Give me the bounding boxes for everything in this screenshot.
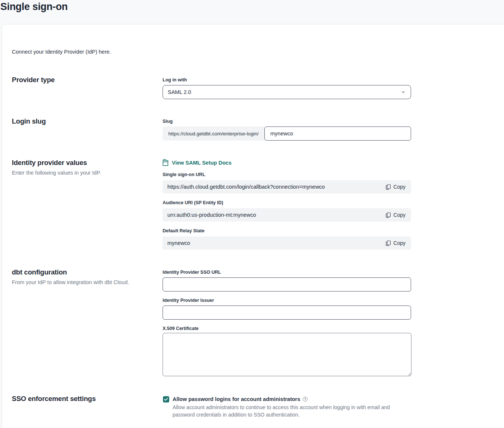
idp-issuer-label: Identity Provider Issuer [163,298,214,303]
section-heading-idp-values: Identity provider values [12,159,87,167]
provider-select[interactable]: SAML 2.0 [163,85,411,99]
allow-password-logins-label-text: Allow password logins for account admini… [173,396,300,402]
dbt-config-subtext: From your IdP to allow integration with … [12,279,129,285]
copy-icon [386,212,391,218]
slug-label: Slug [163,119,173,124]
allow-password-logins-description: Allow account administrators to continue… [173,404,410,418]
view-saml-docs-label: View SAML Setup Docs [172,160,231,166]
view-saml-docs-link[interactable]: View SAML Setup Docs [163,159,231,166]
copy-button-label: Copy [393,240,405,246]
sso-url-label: Single sign-on URL [163,172,205,177]
audience-uri-field: urn:auth0:us-production-mt:mynewco Copy [163,208,411,222]
docs-icon [163,159,168,166]
relay-state-label: Default Relay State [163,228,204,233]
copy-icon [386,184,391,190]
copy-sso-url-button[interactable]: Copy [385,182,406,191]
section-heading-dbt-config: dbt configuration [12,268,67,276]
idp-sso-url-input[interactable] [163,277,411,291]
intro-text: Connect your Identity Provider (IdP) her… [12,49,111,55]
copy-icon [386,240,391,246]
audience-uri-label: Audience URI (SP Entity ID) [163,200,223,205]
copy-button-label: Copy [393,184,405,190]
section-heading-provider-type: Provider type [12,76,55,84]
allow-password-logins-label: Allow password logins for account admini… [173,396,308,402]
login-with-label: Log in with [163,77,187,82]
page-header: Single sign-on [0,0,504,24]
allow-password-logins-checkbox[interactable] [163,396,169,402]
x509-certificate-textarea[interactable] [163,333,411,376]
page-title: Single sign-on [0,1,68,13]
audience-uri-value: urn:auth0:us-production-mt:mynewco [167,212,256,218]
section-heading-sso-enforcement: SSO enforcement settings [12,395,96,403]
copy-audience-uri-button[interactable]: Copy [385,210,406,219]
idp-issuer-input[interactable] [163,306,411,320]
chevron-down-icon [401,90,406,95]
idp-values-subtext: Enter the following values in your IdP. [12,170,101,176]
sso-settings-page: Single sign-on Connect your Identity Pro… [0,0,504,428]
section-heading-login-slug: Login slug [12,117,46,125]
relay-state-field: mynewco Copy [163,236,411,250]
slug-prefix: https://cloud.getdbt.com/enterprise-logi… [163,127,264,141]
provider-select-value: SAML 2.0 [168,89,191,95]
x509-certificate-label: X.509 Certificate [163,326,198,331]
help-icon[interactable]: ? [303,397,308,402]
relay-state-value: mynewco [167,240,190,246]
sso-url-field: https://auth.cloud.getdbt.com/login/call… [163,180,411,193]
slug-input[interactable] [264,127,411,141]
copy-button-label: Copy [393,212,405,218]
svg-text:?: ? [304,397,306,401]
slug-field-row: https://cloud.getdbt.com/enterprise-logi… [163,127,411,141]
idp-sso-url-label: Identity Provider SSO URL [163,270,221,275]
checkmark-icon [164,398,168,401]
copy-relay-state-button[interactable]: Copy [385,239,406,247]
sso-url-value: https://auth.cloud.getdbt.com/login/call… [167,184,325,190]
